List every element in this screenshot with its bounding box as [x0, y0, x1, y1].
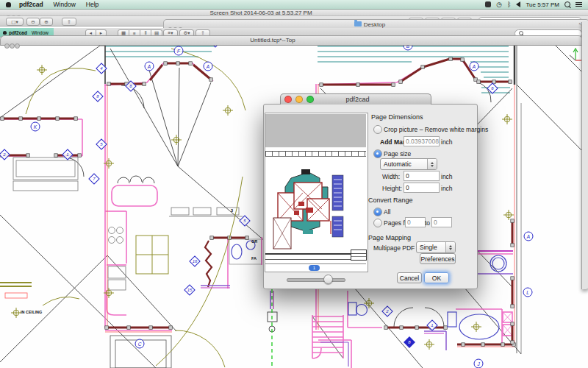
- close-button[interactable]: [284, 96, 292, 103]
- page-size-label[interactable]: Page size: [384, 150, 411, 158]
- all-pages-radio[interactable]: [373, 208, 382, 216]
- cad-circle-label: A: [145, 62, 154, 71]
- bluetooth-icon[interactable]: ᛒ: [507, 1, 511, 7]
- pages-to-field[interactable]: 0: [431, 217, 452, 227]
- menu-clock[interactable]: Tue 5:57 PM: [526, 1, 559, 8]
- cad-text-label: FA: [251, 256, 257, 261]
- apple-icon[interactable]: [6, 2, 11, 7]
- stepper-icon: [427, 159, 437, 169]
- status-app-icon[interactable]: [485, 1, 491, 7]
- cad-circle-label: A: [470, 62, 479, 71]
- margin-unit-label: inch: [441, 138, 453, 146]
- menu-item-help[interactable]: Help: [81, 1, 104, 8]
- all-pages-label[interactable]: All: [384, 208, 390, 216]
- multipage-dropdown[interactable]: Single: [416, 241, 456, 253]
- share-button[interactable]: ⇧: [62, 18, 76, 26]
- zoom-out-button[interactable]: ⊖: [26, 18, 40, 26]
- cad-circle-label: K: [31, 122, 40, 132]
- width-field[interactable]: 0: [404, 171, 440, 181]
- desktop-window-right-edge: [581, 22, 588, 289]
- search-icon: [519, 31, 523, 35]
- cad-window-titlebar: Untitled.tcp*--Top: [0, 35, 583, 46]
- inner-menu-window: Window: [32, 30, 49, 35]
- cad-traffic-lights[interactable]: [4, 38, 20, 52]
- cad-text-label: IN CEILING: [21, 310, 42, 314]
- preview-titleblock: [351, 250, 367, 261]
- height-field[interactable]: 0: [404, 183, 440, 193]
- page-dimensions-heading: Page Dimensions: [371, 113, 423, 121]
- notification-center-icon[interactable]: [576, 2, 582, 7]
- menu-bar: pdf2cad Window Help ◷ ᛒ Tue 5:57 PM: [0, 0, 588, 10]
- height-unit-label: inch: [441, 185, 453, 192]
- crop-picture-radio[interactable]: [373, 125, 382, 134]
- zoom-button[interactable]: [306, 96, 314, 103]
- pages-from-field[interactable]: 0: [405, 217, 426, 227]
- cad-circle-label: C: [135, 339, 145, 349]
- page-number-badge: 1: [309, 265, 320, 271]
- cad-text-label: 3: [231, 208, 233, 213]
- dialog-title: pdf2cad: [314, 96, 401, 103]
- crop-picture-label[interactable]: Crop picture – Remove white margins: [384, 126, 488, 133]
- inner-menu-app: pdf2cad: [9, 30, 27, 35]
- folder-icon: [354, 21, 362, 26]
- cad-circle-label: L: [523, 288, 533, 297]
- menu-item-app[interactable]: pdf2cad: [14, 1, 49, 8]
- dialog-titlebar: pdf2cad: [280, 93, 431, 105]
- pages-from-radio[interactable]: [373, 219, 382, 227]
- cad-circle-label: F: [174, 46, 184, 56]
- slider-thumb[interactable]: [323, 275, 333, 284]
- convert-range-heading: Convert Range: [368, 197, 413, 204]
- pages-to-label: to: [425, 219, 430, 227]
- clock-icon[interactable]: ◷: [496, 1, 502, 7]
- page-size-radio[interactable]: [373, 149, 382, 158]
- furniture-lines: [13, 158, 262, 368]
- menu-item-window[interactable]: Window: [49, 1, 81, 8]
- desktop-window-title: Desktop: [311, 21, 429, 28]
- cad-text-label: GR: [251, 239, 257, 244]
- width-unit-label: inch: [441, 173, 453, 180]
- view-mode-button[interactable]: ▢▾: [6, 18, 24, 26]
- apple-icon: [3, 31, 7, 35]
- preview-window-title: Screen Shot 2014-06-03 at 5.53.27 PM: [187, 10, 334, 16]
- preview-window-titlebar: Screen Shot 2014-06-03 at 5.53.27 PM: [0, 9, 588, 16]
- height-label: Height:: [382, 185, 402, 192]
- cad-circle-label: A: [204, 62, 213, 71]
- preview-gray-band: [265, 114, 366, 148]
- spotlight-icon[interactable]: [564, 1, 570, 7]
- width-label: Width:: [382, 173, 400, 180]
- cad-window-title: Untitled.tcp*--Top: [207, 37, 339, 43]
- cad-circle-label: A: [524, 232, 534, 241]
- volume-icon[interactable]: [516, 1, 520, 7]
- minimize-button[interactable]: [295, 96, 303, 103]
- stepper-icon: [445, 242, 455, 252]
- teal-hatch: [105, 46, 510, 93]
- ok-button[interactable]: OK: [424, 272, 449, 283]
- preview-zoom-slider[interactable]: [287, 278, 345, 282]
- zoom-in-button[interactable]: ⊕: [40, 18, 53, 26]
- preview-section-line: [265, 263, 366, 264]
- preview-thumbnail: [265, 156, 368, 252]
- page-mapping-heading: Page Mapping: [368, 234, 411, 241]
- cad-circle-label: J: [474, 359, 484, 368]
- cancel-button[interactable]: Cancel: [397, 272, 422, 283]
- page-size-dropdown[interactable]: Automatic: [380, 158, 437, 170]
- preferences-button[interactable]: Preferences: [420, 253, 456, 264]
- add-margin-field[interactable]: 0.03937008: [404, 136, 440, 146]
